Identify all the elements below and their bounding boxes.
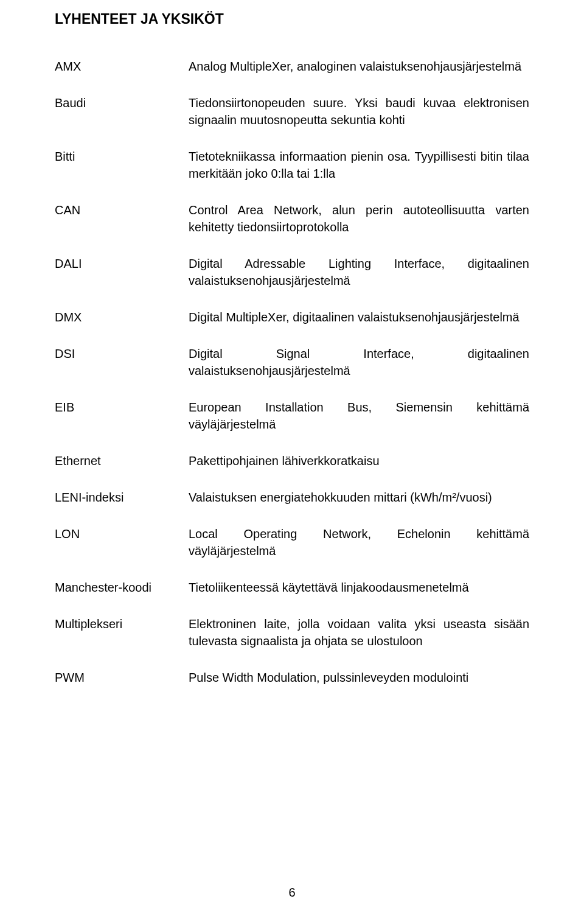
list-item: DSI Digital Signal Interface, digitaalin…	[55, 345, 529, 379]
definition-text: Control Area Network, alun perin autoteo…	[189, 201, 529, 236]
term-label: DMX	[55, 309, 189, 326]
term-label: LON	[55, 525, 189, 542]
definition-text: Tietotekniikassa informaation pienin osa…	[189, 148, 529, 182]
definition-text: Valaistuksen energiatehokkuuden mittari …	[189, 489, 529, 506]
definition-text: Digital MultipleXer, digitaalinen valais…	[189, 309, 529, 326]
definition-text: Digital Adressable Lighting Interface, d…	[189, 255, 529, 289]
term-label: DSI	[55, 345, 189, 362]
page-title: LYHENTEET JA YKSIKÖT	[55, 11, 529, 27]
term-label: Ethernet	[55, 452, 189, 469]
term-label: AMX	[55, 58, 189, 75]
term-label: DALI	[55, 255, 189, 272]
list-item: Manchester-koodi Tietoliikenteessä käyte…	[55, 579, 529, 596]
definitions-list: AMX Analog MultipleXer, analoginen valai…	[55, 58, 529, 686]
page-number: 6	[0, 886, 584, 900]
list-item: Baudi Tiedonsiirtonopeuden suure. Yksi b…	[55, 94, 529, 128]
definition-text: Elektroninen laite, jolla voidaan valita…	[189, 615, 529, 649]
term-label: Baudi	[55, 94, 189, 111]
term-label: Manchester-koodi	[55, 579, 189, 596]
list-item: EIB European Installation Bus, Siemensin…	[55, 399, 529, 433]
list-item: Multiplekseri Elektroninen laite, jolla …	[55, 615, 529, 649]
definition-text: Local Operating Network, Echelonin kehit…	[189, 525, 529, 559]
list-item: PWM Pulse Width Modulation, pulssinlevey…	[55, 669, 529, 686]
list-item: LON Local Operating Network, Echelonin k…	[55, 525, 529, 559]
list-item: DMX Digital MultipleXer, digitaalinen va…	[55, 309, 529, 326]
term-label: LENI-indeksi	[55, 489, 189, 506]
page-container: LYHENTEET JA YKSIKÖT AMX Analog Multiple…	[0, 0, 584, 924]
list-item: AMX Analog MultipleXer, analoginen valai…	[55, 58, 529, 75]
list-item: Bitti Tietotekniikassa informaation pien…	[55, 148, 529, 182]
term-label: CAN	[55, 201, 189, 219]
definition-text: Digital Signal Interface, digitaalinen v…	[189, 345, 529, 379]
term-label: EIB	[55, 399, 189, 416]
definition-text: Tiedonsiirtonopeuden suure. Yksi baudi k…	[189, 94, 529, 128]
term-label: Bitti	[55, 148, 189, 165]
definition-text: Tietoliikenteessä käytettävä linjakoodau…	[189, 579, 529, 596]
list-item: Ethernet Pakettipohjainen lähiverkkoratk…	[55, 452, 529, 469]
definition-text: Analog MultipleXer, analoginen valaistuk…	[189, 58, 529, 75]
list-item: LENI-indeksi Valaistuksen energiatehokku…	[55, 489, 529, 506]
definition-text: European Installation Bus, Siemensin keh…	[189, 399, 529, 433]
term-label: PWM	[55, 669, 189, 686]
definition-text: Pulse Width Modulation, pulssinleveyden …	[189, 669, 529, 686]
list-item: CAN Control Area Network, alun perin aut…	[55, 201, 529, 236]
definition-text: Pakettipohjainen lähiverkkoratkaisu	[189, 452, 529, 469]
list-item: DALI Digital Adressable Lighting Interfa…	[55, 255, 529, 289]
term-label: Multiplekseri	[55, 615, 189, 632]
